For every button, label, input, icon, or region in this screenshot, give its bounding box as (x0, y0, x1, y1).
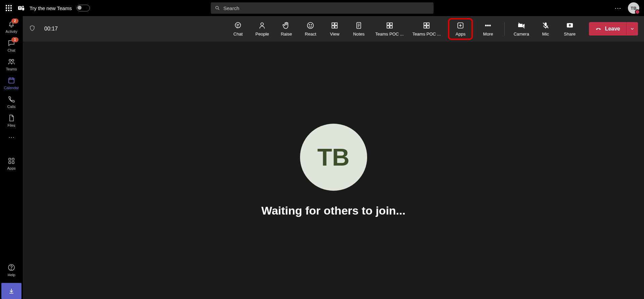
svg-point-43 (486, 25, 487, 26)
meeting-more-button[interactable]: More (480, 21, 496, 37)
meeting-people-button[interactable]: People (254, 21, 270, 37)
svg-rect-39 (427, 26, 429, 28)
participant-avatar: TB (300, 124, 367, 191)
file-icon (7, 114, 15, 122)
button-label: Mic (542, 32, 549, 37)
rail-calendar[interactable]: Calendar (0, 74, 23, 93)
presence-indicator (635, 9, 640, 14)
svg-rect-32 (387, 23, 389, 25)
chat-bubble-icon (234, 21, 242, 29)
share-screen-icon (566, 21, 574, 29)
waiting-message: Waiting for others to join... (261, 204, 405, 217)
meeting-chat-button[interactable]: Chat (230, 21, 246, 37)
svg-point-5 (9, 59, 11, 61)
svg-rect-34 (387, 26, 389, 28)
meeting-mic-button[interactable]: Mic (538, 21, 553, 37)
rail-label: Activity (6, 29, 17, 34)
rail-label: Files (7, 123, 15, 127)
profile-avatar[interactable]: TB (628, 2, 639, 14)
add-app-icon (456, 21, 464, 29)
svg-rect-12 (12, 158, 14, 160)
rail-chat[interactable]: 1 Chat (0, 36, 23, 55)
try-new-teams-label: Try the new Teams (30, 5, 72, 11)
grid-view-icon (331, 21, 339, 29)
button-label: View (330, 32, 339, 37)
download-button[interactable] (1, 283, 21, 299)
rail-files[interactable]: Files (0, 111, 23, 130)
meeting-notes-button[interactable]: Notes (351, 21, 366, 37)
smile-icon (306, 21, 314, 29)
button-label: Raise (281, 32, 292, 37)
svg-rect-14 (12, 162, 14, 164)
apps-grid-icon (7, 157, 15, 165)
app-tile-icon (423, 21, 431, 29)
chevron-down-icon (630, 26, 635, 31)
chat-badge: 1 (11, 37, 18, 42)
ellipsis-icon (484, 21, 492, 29)
svg-point-44 (488, 25, 489, 26)
help-icon (7, 263, 15, 272)
leave-button[interactable]: Leave (589, 22, 626, 36)
hangup-icon (595, 25, 602, 32)
leave-button-group: Leave (589, 22, 638, 36)
svg-rect-33 (390, 23, 392, 25)
rail-label: Help (8, 273, 15, 277)
teams-icon (7, 58, 15, 66)
meeting-poc2-button[interactable]: Teams POC ... (412, 21, 441, 37)
meeting-raise-button[interactable]: Raise (279, 21, 294, 37)
svg-rect-25 (335, 23, 337, 25)
meeting-camera-button[interactable]: Camera (513, 21, 529, 37)
shield-icon (29, 25, 36, 32)
rail-calls[interactable]: Calls (0, 93, 23, 111)
search-box[interactable]: Search (211, 2, 434, 14)
meeting-toolbar: 00:17 Chat People Raise React View Notes… (23, 16, 644, 42)
teams-logo-icon: T (17, 4, 25, 12)
rail-apps[interactable]: Apps (0, 154, 23, 173)
svg-rect-35 (390, 26, 392, 28)
app-tile-icon (386, 21, 394, 29)
button-label: Share (564, 32, 576, 37)
meeting-share-button[interactable]: Share (562, 21, 578, 37)
meeting-poc1-button[interactable]: Teams POC ... (375, 21, 404, 37)
leave-label: Leave (605, 26, 620, 32)
svg-text:T: T (19, 6, 21, 10)
rail-label: Calendar (4, 86, 19, 90)
meeting-view-button[interactable]: View (327, 21, 342, 37)
button-label: Teams POC ... (412, 32, 441, 37)
svg-point-22 (309, 24, 310, 25)
meeting-react-button[interactable]: React (303, 21, 318, 37)
mic-off-icon (542, 21, 550, 29)
rail-activity[interactable]: 2 Activity (0, 17, 23, 36)
avatar-initials: TB (317, 143, 350, 171)
leave-options-button[interactable] (626, 22, 638, 36)
notes-icon (355, 21, 363, 29)
search-icon (215, 5, 220, 11)
button-label: Chat (234, 32, 243, 37)
svg-point-6 (12, 59, 14, 61)
meeting-apps-button[interactable]: Apps (448, 18, 473, 40)
settings-more-icon[interactable]: ⋯ (614, 4, 622, 12)
toolbar-separator (504, 22, 505, 36)
download-icon (8, 288, 15, 294)
svg-rect-26 (332, 26, 334, 28)
svg-rect-11 (9, 158, 11, 160)
svg-point-16 (11, 269, 12, 270)
svg-rect-24 (332, 23, 334, 25)
rail-label: Teams (6, 67, 17, 71)
rail-label: Chat (7, 48, 15, 52)
rail-label: Apps (7, 166, 15, 170)
try-new-teams-toggle[interactable] (77, 5, 90, 11)
button-label: More (483, 32, 493, 37)
rail-teams[interactable]: Teams (0, 55, 23, 74)
rail-overflow[interactable]: ⋯ (0, 131, 23, 145)
svg-point-20 (261, 23, 263, 25)
app-launcher-icon[interactable] (5, 4, 13, 12)
svg-rect-27 (335, 26, 337, 28)
svg-point-3 (215, 6, 218, 9)
svg-rect-36 (424, 23, 426, 25)
rail-help[interactable]: Help (0, 261, 23, 280)
activity-badge: 2 (11, 18, 18, 23)
privacy-shield-button[interactable] (29, 25, 36, 33)
button-label: Camera (513, 32, 529, 37)
svg-rect-37 (427, 23, 429, 25)
